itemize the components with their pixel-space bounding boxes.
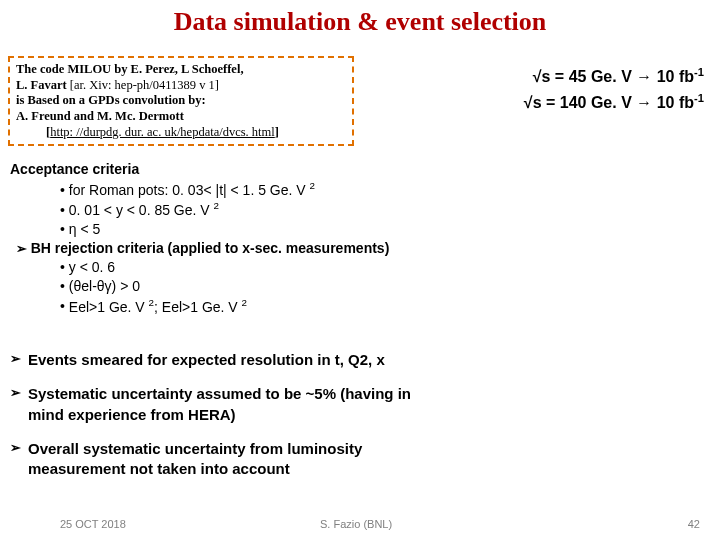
- footer-author: S. Fazio (BNL): [320, 518, 392, 530]
- bullet-systematic: Systematic uncertainty assumed to be ~5%…: [10, 384, 450, 425]
- code-line1: The code MILOU by E. Perez, L Schoeffel,: [16, 62, 244, 76]
- title-cover: Data simulation & event selection: [0, 0, 720, 44]
- bullet-smearing: Events smeared for expected resolution i…: [10, 350, 450, 370]
- slide-title: Data simulation & event selection: [174, 7, 547, 37]
- energy1-rhs: 10 fb: [652, 68, 694, 85]
- criteria-item: Eel>1 Ge. V 2; Eel>1 Ge. V 2: [10, 296, 389, 317]
- bh-heading: BH rejection criteria (applied to x-sec.…: [10, 239, 389, 258]
- code-line2a: L. Favart: [16, 78, 70, 92]
- code-line4: A. Freund and M. Mc. Dermott: [16, 109, 184, 123]
- criteria-item: for Roman pots: 0. 03< |t| < 1. 5 Ge. V …: [10, 179, 389, 200]
- arrow-icon: →: [636, 68, 652, 85]
- energy2-lhs: √s = 140 Ge. V: [524, 94, 636, 111]
- acceptance-heading: Acceptance criteria: [10, 160, 389, 179]
- code-line5c: ]: [275, 125, 279, 139]
- code-attribution-box: The code MILOU by E. Perez, L Schoeffel,…: [8, 56, 354, 146]
- footer-date: 25 OCT 2018: [60, 518, 126, 530]
- code-line2b: [ar. Xiv: hep-ph/0411389 v 1]: [70, 78, 219, 92]
- criteria-item: η < 5: [10, 220, 389, 239]
- footer-page-number: 42: [688, 518, 700, 530]
- code-link[interactable]: http: //durpdg. dur. ac. uk/hepdata/dvcs…: [50, 125, 275, 139]
- code-line3: is Based on a GPDs convolution by:: [16, 93, 206, 107]
- criteria-block: Acceptance criteria for Roman pots: 0. 0…: [10, 160, 389, 316]
- arrow-icon: →: [636, 94, 652, 111]
- bullet-luminosity: Overall systematic uncertainty from lumi…: [10, 439, 450, 480]
- energy-line-1: √s = 45 Ge. V → 10 fb-1: [533, 66, 704, 86]
- criteria-item: y < 0. 6: [10, 258, 389, 277]
- criteria-item: (θel-θγ) > 0: [10, 277, 389, 296]
- energy2-rhs: 10 fb: [652, 94, 694, 111]
- bottom-bullets: Events smeared for expected resolution i…: [10, 350, 450, 493]
- energy1-lhs: √s = 45 Ge. V: [533, 68, 637, 85]
- energy-line-2: √s = 140 Ge. V → 10 fb-1: [524, 92, 704, 112]
- criteria-item: 0. 01 < y < 0. 85 Ge. V 2: [10, 199, 389, 220]
